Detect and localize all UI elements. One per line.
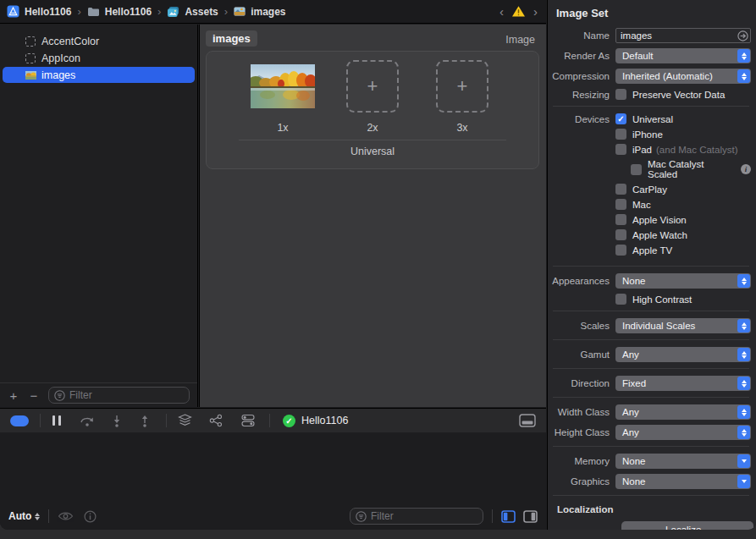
add-asset-button[interactable]: + bbox=[8, 389, 19, 402]
eye-icon[interactable] bbox=[58, 511, 74, 521]
image-thumb-icon bbox=[25, 69, 36, 80]
device-checkbox[interactable] bbox=[615, 113, 626, 124]
breadcrumb-assets[interactable]: Assets bbox=[167, 6, 218, 18]
variables-pane-toggle-icon[interactable] bbox=[501, 510, 516, 523]
chevron-up-down-icon bbox=[737, 49, 750, 63]
high-contrast-label: High Contrast bbox=[632, 294, 692, 305]
appearances-value: None bbox=[622, 276, 646, 286]
memory-select[interactable]: None bbox=[615, 454, 751, 469]
dashed-swatch-icon bbox=[25, 52, 36, 63]
device-label: iPad bbox=[632, 145, 652, 155]
divider bbox=[269, 414, 270, 427]
pause-icon[interactable] bbox=[52, 415, 62, 426]
separator bbox=[553, 397, 749, 398]
chevron-up-down-icon bbox=[737, 426, 750, 439]
step-over-icon[interactable] bbox=[80, 415, 95, 427]
device-checkbox[interactable] bbox=[615, 184, 626, 195]
high-contrast-control: High Contrast bbox=[615, 294, 751, 305]
success-check-icon: ✓ bbox=[283, 415, 295, 427]
device-checkbox[interactable] bbox=[615, 229, 626, 240]
sidebar-footer: + − Filter bbox=[0, 382, 197, 407]
preserve-vector-checkbox[interactable] bbox=[615, 89, 626, 100]
warning-triangle-icon[interactable] bbox=[511, 5, 526, 18]
graphics-row: Graphics None bbox=[551, 474, 751, 489]
graphics-value: None bbox=[622, 476, 646, 487]
compression-label: Compression bbox=[551, 71, 615, 81]
inspector-title: Image Set bbox=[551, 5, 751, 28]
name-row: Name images bbox=[551, 28, 751, 43]
breadcrumb-project[interactable]: Hello1106 bbox=[7, 5, 71, 18]
width-class-label: Width Class bbox=[551, 407, 615, 417]
folder-icon bbox=[87, 7, 100, 17]
direction-row: Direction Fixed bbox=[551, 376, 751, 391]
breadcrumb-separator: › bbox=[157, 5, 161, 18]
localize-button[interactable]: Localize... bbox=[621, 521, 753, 530]
environment-overrides-icon[interactable] bbox=[241, 414, 255, 427]
device-label: Universal bbox=[632, 114, 673, 124]
step-into-icon[interactable] bbox=[111, 415, 123, 427]
remove-asset-button[interactable]: − bbox=[28, 389, 40, 402]
device-checkbox[interactable] bbox=[631, 164, 642, 175]
empty-slot-3x[interactable]: + bbox=[436, 60, 488, 113]
device-checkbox[interactable] bbox=[615, 214, 626, 225]
filter-icon bbox=[356, 511, 367, 522]
device-row: CarPlay bbox=[615, 184, 751, 195]
sidebar-item-appicon[interactable]: AppIcon bbox=[3, 50, 195, 66]
breadcrumb-group[interactable]: Hello1106 bbox=[87, 6, 152, 18]
compression-select[interactable]: Inherited (Automatic) bbox=[615, 69, 751, 84]
sidebar-item-accentcolor[interactable]: AccentColor bbox=[3, 33, 195, 49]
hide-debug-area-icon[interactable] bbox=[519, 414, 536, 427]
device-row: Apple Watch bbox=[615, 229, 751, 240]
info-icon[interactable] bbox=[84, 510, 97, 523]
asset-image-1x[interactable] bbox=[251, 64, 315, 108]
breakpoints-toggle-icon[interactable] bbox=[10, 415, 29, 426]
devices-list: UniversaliPhoneiPad(and Mac Catalyst)Mac… bbox=[615, 113, 751, 260]
jump-arrow-icon[interactable] bbox=[737, 30, 748, 41]
attributes-inspector: Image Set Name images Render As Default … bbox=[547, 0, 756, 530]
device-checkbox[interactable] bbox=[615, 144, 626, 155]
device-checkbox[interactable] bbox=[615, 199, 626, 210]
forward-button[interactable]: › bbox=[532, 5, 539, 18]
gamut-select[interactable]: Any bbox=[615, 347, 751, 362]
direction-select[interactable]: Fixed bbox=[615, 376, 751, 391]
high-contrast-checkbox[interactable] bbox=[615, 294, 626, 305]
breadcrumb-imageset[interactable]: images bbox=[234, 6, 285, 18]
run-status[interactable]: ✓ Hello1106 bbox=[283, 415, 348, 427]
width-class-select[interactable]: Any bbox=[615, 404, 751, 420]
empty-slot-2x[interactable]: + bbox=[346, 60, 399, 113]
memory-row: Memory None bbox=[551, 454, 751, 469]
device-suffix: (and Mac Catalyst) bbox=[656, 145, 738, 155]
console-mode-select[interactable]: Auto bbox=[8, 510, 40, 522]
breadcrumb-label: images bbox=[251, 6, 285, 18]
info-icon[interactable]: i bbox=[741, 164, 751, 174]
name-input[interactable]: images bbox=[615, 28, 751, 43]
step-out-icon[interactable] bbox=[139, 415, 151, 427]
appearances-select[interactable]: None bbox=[615, 273, 751, 289]
console-pane-toggle-icon[interactable] bbox=[523, 510, 538, 523]
devices-row: Devices UniversaliPhoneiPad(and Mac Cata… bbox=[551, 113, 751, 260]
separator bbox=[553, 339, 749, 340]
memory-graph-icon[interactable] bbox=[209, 414, 223, 427]
console-filter-input[interactable]: Filter bbox=[350, 508, 483, 525]
device-row: iPhone bbox=[615, 129, 751, 140]
device-checkbox[interactable] bbox=[615, 129, 626, 140]
sidebar-filter-input[interactable]: Filter bbox=[48, 387, 190, 404]
scale-label-1x: 1x bbox=[277, 122, 288, 134]
sidebar-item-images[interactable]: images bbox=[3, 67, 195, 83]
gamut-value: Any bbox=[622, 349, 639, 360]
height-class-select[interactable]: Any bbox=[615, 425, 751, 440]
height-class-value: Any bbox=[622, 427, 639, 437]
view-hierarchy-icon[interactable] bbox=[178, 414, 192, 427]
resizing-control: Preserve Vector Data bbox=[615, 89, 751, 100]
scale-label-3x: 3x bbox=[456, 122, 467, 134]
scales-label: Scales bbox=[551, 321, 615, 331]
device-checkbox[interactable] bbox=[615, 245, 626, 256]
scales-select[interactable]: Individual Scales bbox=[615, 318, 751, 333]
render-as-select[interactable]: Default bbox=[615, 48, 751, 63]
appearances-row: Appearances None bbox=[551, 273, 751, 289]
chevron-up-down-icon bbox=[737, 274, 750, 288]
back-button[interactable]: ‹ bbox=[498, 5, 505, 18]
breadcrumb-label: Assets bbox=[185, 6, 218, 18]
graphics-select[interactable]: None bbox=[615, 474, 751, 489]
chevron-up-down-icon bbox=[737, 405, 750, 419]
